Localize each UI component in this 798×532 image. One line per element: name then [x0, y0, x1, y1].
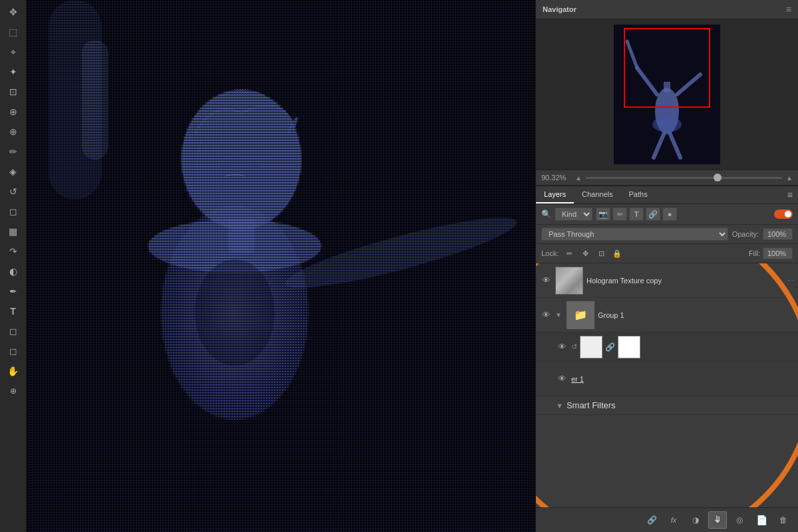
lock-all-btn[interactable]: 🔒 — [610, 247, 624, 260]
zoom-out-icon[interactable]: ▲ — [575, 174, 582, 182]
svg-point-18 — [195, 259, 275, 366]
filter-adjustment-icon[interactable]: ✏ — [612, 207, 627, 221]
lock-label: Lock: — [541, 249, 559, 257]
layer-visibility-controls[interactable]: 👁 — [556, 341, 568, 353]
zoom-percentage: 90.32% — [541, 174, 571, 182]
filter-search-icon: 🔍 — [541, 209, 551, 219]
pen-tool[interactable]: ✒ — [4, 282, 23, 301]
spot-heal-tool[interactable]: ⊕ — [4, 122, 23, 141]
path-select-tool[interactable]: ◻ — [4, 322, 23, 340]
tab-layers[interactable]: Layers — [536, 186, 574, 203]
layers-list: 👁 Hologram Texture copy ⋯ 👁 ▼ 📁 Group 1 — [536, 263, 798, 507]
layer-name-group1: Group 1 — [598, 311, 794, 319]
new-fill-btn[interactable] — [708, 511, 727, 529]
blur-tool[interactable]: ↷ — [4, 242, 23, 261]
fill-value[interactable]: 100% — [763, 247, 793, 259]
navigator-header: Navigator ≡ — [536, 0, 798, 19]
layer-control-icons: ↺ 🔗 — [571, 336, 640, 358]
layer-name-layer1: er 1 — [571, 375, 794, 383]
eraser-tool[interactable]: ◻ — [4, 202, 23, 221]
gradient-tool[interactable]: ▦ — [4, 222, 23, 241]
filter-type-icon[interactable]: T — [629, 207, 644, 221]
layer-visibility-group1[interactable]: 👁 — [540, 309, 552, 321]
opacity-label: Opacity: — [732, 230, 759, 238]
fill-label: Fill: — [749, 249, 760, 257]
smart-filters-label-text: Smart Filters — [567, 400, 616, 410]
link-layers-btn[interactable]: 🔗 — [642, 511, 661, 529]
layer-options-hologram[interactable]: ⋯ — [787, 277, 794, 284]
layer-thumbnail-hologram — [555, 267, 583, 295]
nav-zoom-bar: 90.32% ▲ ▲ — [536, 170, 798, 186]
layer-item-controls: 👁 ↺ 🔗 — [536, 332, 798, 362]
layers-panel-menu-icon[interactable]: ≡ — [782, 187, 798, 203]
add-style-btn[interactable]: fx — [664, 511, 683, 529]
lock-position-btn[interactable]: ⊡ — [595, 247, 608, 260]
smart-filters-icon: ▼ — [556, 402, 563, 410]
history-brush-tool[interactable]: ↺ — [4, 182, 23, 201]
lock-bar: Lock: ✏ ✥ ⊡ 🔒 Fill: 100% — [536, 244, 798, 263]
lock-image-btn[interactable]: ✥ — [579, 247, 592, 260]
hologram-image — [29, 0, 534, 532]
svg-rect-22 — [664, 82, 670, 92]
layer-info-hologram: Hologram Texture copy — [587, 277, 784, 285]
type-tool[interactable]: T — [4, 302, 23, 321]
nav-thumbnail — [614, 25, 720, 164]
layer-thumbnail-group1: 📁 — [567, 301, 595, 329]
shape-tool[interactable]: ◻ — [4, 342, 23, 360]
layer-info-group1: Group 1 — [598, 311, 794, 319]
filter-icon-group: 📷 ✏ T 🔗 ● — [596, 207, 771, 221]
tab-channels[interactable]: Channels — [574, 186, 620, 203]
opacity-value[interactable]: 100% — [763, 228, 793, 240]
delete-layer-btn[interactable]: 🗑 — [774, 511, 793, 529]
layer-visibility-layer1[interactable]: 👁 — [556, 373, 568, 385]
filter-toggle[interactable] — [774, 209, 793, 219]
navigator-menu-icon[interactable]: ≡ — [786, 4, 791, 15]
new-fill-icon — [712, 515, 723, 525]
navigator-title: Navigator — [543, 5, 577, 13]
hand-tool[interactable]: ✋ — [4, 362, 23, 380]
layer-white-thumb — [618, 336, 640, 358]
layer-mask-thumb — [580, 336, 602, 358]
lasso-tool[interactable]: ⌖ — [4, 43, 23, 61]
filter-pixel-icon[interactable]: 📷 — [596, 207, 610, 221]
zoom-tool[interactable]: ⊕ — [4, 382, 23, 400]
zoom-thumb[interactable] — [714, 174, 722, 182]
lock-transparency-btn[interactable]: ✏ — [563, 247, 576, 260]
add-mask-btn[interactable]: ◑ — [686, 511, 705, 529]
layer-visibility-hologram[interactable]: 👁 — [540, 275, 552, 287]
marquee-tool[interactable]: ⬚ — [4, 23, 23, 41]
layer-link-icon[interactable]: 🔗 — [605, 342, 615, 352]
tab-paths[interactable]: Paths — [621, 186, 656, 203]
dodge-tool[interactable]: ◐ — [4, 262, 23, 281]
layer-refresh-icon[interactable]: ↺ — [571, 342, 577, 351]
layer-item-layer1[interactable]: 👁 er 1 — [536, 362, 798, 396]
layers-bottom-bar: 🔗 fx ◑ ◎ 📄 🗑 — [536, 507, 798, 532]
clone-stamp-tool[interactable]: ◈ — [4, 162, 23, 181]
filter-kind-select[interactable]: Kind — [555, 207, 593, 221]
navigator-preview — [536, 19, 798, 170]
layer-item-hologram-texture[interactable]: 👁 Hologram Texture copy ⋯ — [536, 263, 798, 298]
layer-name-hologram: Hologram Texture copy — [587, 277, 784, 285]
group-expand-arrow[interactable]: ▼ — [555, 311, 562, 319]
brush-tool[interactable]: ✏ — [4, 142, 23, 161]
move-tool[interactable]: ✥ — [4, 3, 23, 21]
filter-shape-icon[interactable]: 🔗 — [646, 207, 660, 221]
layer-item-group1[interactable]: 👁 ▼ 📁 Group 1 — [536, 298, 798, 332]
blend-mode-select[interactable]: Pass Through — [541, 227, 728, 241]
layers-panel-header: Layers Channels Paths ≡ — [536, 186, 798, 204]
new-group-btn[interactable]: ◎ — [730, 511, 749, 529]
svg-rect-17 — [29, 0, 534, 532]
crop-tool[interactable]: ⊡ — [4, 82, 23, 101]
filter-smart-icon[interactable]: ● — [662, 207, 677, 221]
magic-wand-tool[interactable]: ✦ — [4, 63, 23, 81]
right-panel: Navigator ≡ — [535, 0, 798, 532]
zoom-in-icon[interactable]: ▲ — [786, 174, 793, 182]
blend-mode-bar: Pass Through Opacity: 100% — [536, 225, 798, 244]
left-toolbar: ✥ ⬚ ⌖ ✦ ⊡ ⊕ ⊕ ✏ ◈ ↺ ◻ ▦ ↷ ◐ ✒ T ◻ ◻ ✋ ⊕ — [0, 0, 27, 532]
zoom-slider[interactable] — [586, 177, 782, 179]
smart-filters-row: ▼ Smart Filters — [536, 396, 798, 415]
new-layer-btn[interactable]: 📄 — [752, 511, 771, 529]
eyedropper-tool[interactable]: ⊕ — [4, 102, 23, 121]
layer-filter-bar: 🔍 Kind 📷 ✏ T 🔗 ● — [536, 204, 798, 225]
nav-dancer-image — [614, 25, 720, 164]
